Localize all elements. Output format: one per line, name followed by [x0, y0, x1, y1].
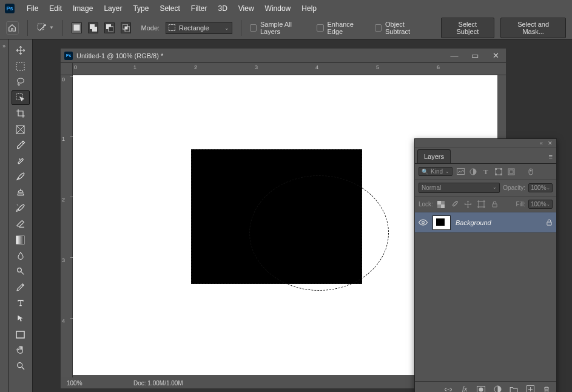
type-tool[interactable]	[12, 296, 30, 310]
object-selection-tool[interactable]	[12, 90, 30, 105]
history-brush-tool[interactable]	[12, 201, 30, 215]
sample-all-layers-checkbox[interactable]: Sample All Layers	[250, 21, 311, 35]
menu-view[interactable]: View	[234, 2, 259, 15]
menu-layer[interactable]: Layer	[99, 2, 127, 15]
filter-type-icon[interactable]: T	[481, 167, 491, 176]
menu-3d[interactable]: 3D	[213, 2, 232, 15]
enhance-edge-checkbox[interactable]: Enhance Edge	[317, 21, 368, 35]
layer-mask-icon[interactable]	[476, 385, 486, 393]
home-button[interactable]	[6, 21, 19, 35]
eyedropper-tool[interactable]	[12, 138, 30, 152]
expand-panels-button[interactable]: »	[0, 39, 8, 392]
selection-shape-dropdown[interactable]: Rectangle ⌄	[166, 22, 232, 34]
filter-shape-icon[interactable]	[494, 167, 503, 176]
filter-pixel-icon[interactable]	[456, 167, 465, 176]
opacity-input[interactable]: 100% ⌄	[528, 183, 553, 192]
divider	[27, 20, 28, 36]
layer-name[interactable]: Background	[456, 219, 541, 226]
dodge-tool[interactable]	[12, 264, 30, 279]
brush-tool[interactable]	[12, 169, 30, 184]
menu-window[interactable]: Window	[260, 2, 296, 15]
close-panel-button[interactable]: ✕	[548, 140, 553, 146]
ruler-tick: 3	[62, 257, 65, 263]
intersect-selection-button[interactable]	[121, 22, 131, 33]
lock-position-icon[interactable]	[463, 200, 473, 209]
filter-adjustment-icon[interactable]	[468, 167, 478, 176]
tab-layers[interactable]: Layers	[417, 149, 451, 163]
add-selection-button[interactable]	[88, 22, 98, 33]
divider	[62, 20, 63, 36]
delete-layer-icon[interactable]	[542, 385, 551, 393]
hand-tool[interactable]	[12, 343, 30, 357]
frame-tool[interactable]	[12, 122, 30, 137]
chevron-down-icon: ⌄	[445, 169, 449, 174]
zoom-level[interactable]: 100%	[67, 380, 103, 387]
fill-input[interactable]: 100% ⌄	[528, 200, 553, 209]
object-subtract-checkbox[interactable]: Object Subtract	[375, 21, 429, 35]
menu-select[interactable]: Select	[155, 2, 184, 15]
lasso-tool[interactable]	[12, 75, 30, 89]
eraser-tool[interactable]	[12, 217, 30, 231]
healing-brush-tool[interactable]	[12, 154, 30, 168]
marquee-tool[interactable]	[12, 59, 30, 73]
path-selection-tool[interactable]	[12, 311, 30, 326]
lock-icon[interactable]	[546, 218, 553, 226]
selection-ellipse[interactable]	[249, 175, 389, 291]
tool-preset-picker[interactable]: ▼	[36, 22, 54, 33]
new-selection-button[interactable]	[72, 22, 82, 33]
doc-size[interactable]: Doc: 1.00M/1.00M	[133, 380, 183, 387]
filter-toggle-icon[interactable]	[526, 167, 536, 176]
layers-panel[interactable]: « ✕ Layers ≡ 🔍 Kind ⌄ T	[414, 138, 557, 392]
menu-filter[interactable]: Filter	[186, 2, 212, 15]
svg-rect-33	[437, 201, 441, 204]
maximize-button[interactable]: ▭	[465, 49, 485, 63]
collapse-panel-button[interactable]: «	[540, 140, 543, 146]
visibility-toggle[interactable]	[419, 219, 428, 226]
ruler-tick: 0	[62, 76, 65, 83]
zoom-tool[interactable]	[12, 359, 30, 373]
blend-mode-value: Normal	[422, 184, 441, 191]
layer-thumbnail[interactable]	[432, 215, 451, 230]
menu-image[interactable]: Image	[68, 2, 98, 15]
subtract-selection-button[interactable]	[104, 22, 115, 33]
gradient-tool[interactable]	[12, 232, 30, 247]
select-and-mask-button[interactable]: Select and Mask...	[500, 18, 566, 38]
lock-artboard-icon[interactable]	[476, 200, 486, 209]
blend-mode-dropdown[interactable]: Normal ⌄	[419, 183, 500, 193]
lock-transparent-icon[interactable]	[436, 200, 446, 209]
menu-edit[interactable]: Edit	[44, 2, 67, 15]
clone-stamp-tool[interactable]	[12, 185, 30, 200]
options-bar: ▼ Mode: Rectangle ⌄ Sample All Layers En…	[0, 16, 572, 39]
ruler-horizontal[interactable]: 0 1 2 3 4 5 6	[73, 63, 506, 75]
group-layers-icon[interactable]	[509, 385, 519, 393]
svg-point-37	[422, 221, 425, 224]
link-layers-icon[interactable]	[443, 385, 453, 393]
opacity-value: 100%	[531, 184, 547, 191]
ruler-vertical[interactable]: 0 1 2 3 4	[61, 75, 73, 377]
crop-tool[interactable]	[12, 106, 30, 121]
layer-style-icon[interactable]: fx	[460, 385, 469, 393]
panel-menu-icon[interactable]: ≡	[549, 153, 553, 160]
rectangle-tool[interactable]	[12, 327, 30, 342]
layer-row-background[interactable]: Background	[415, 212, 556, 233]
svg-rect-35	[479, 201, 484, 207]
new-layer-icon[interactable]	[525, 385, 535, 393]
filter-kind-dropdown[interactable]: 🔍 Kind ⌄	[419, 167, 453, 176]
minimize-button[interactable]: —	[444, 49, 465, 63]
document-titlebar[interactable]: Ps Untitled-1 @ 100% (RGB/8) * — ▭ ✕	[61, 49, 506, 63]
close-button[interactable]: ✕	[485, 49, 506, 63]
lock-image-icon[interactable]	[449, 200, 460, 209]
filter-smartobject-icon[interactable]	[506, 167, 516, 176]
move-tool[interactable]	[12, 43, 30, 58]
menu-type[interactable]: Type	[128, 2, 153, 15]
layers-empty-area[interactable]	[415, 233, 556, 381]
select-subject-button[interactable]: Select Subject	[441, 18, 495, 38]
svg-point-18	[17, 268, 21, 272]
menu-help[interactable]: Help	[297, 2, 321, 15]
blur-tool[interactable]	[12, 248, 30, 263]
pen-tool[interactable]	[12, 280, 30, 294]
adjustment-layer-icon[interactable]	[493, 385, 502, 393]
menu-file[interactable]: File	[22, 2, 43, 15]
mode-label: Mode:	[141, 24, 160, 32]
lock-all-icon[interactable]	[490, 200, 500, 209]
